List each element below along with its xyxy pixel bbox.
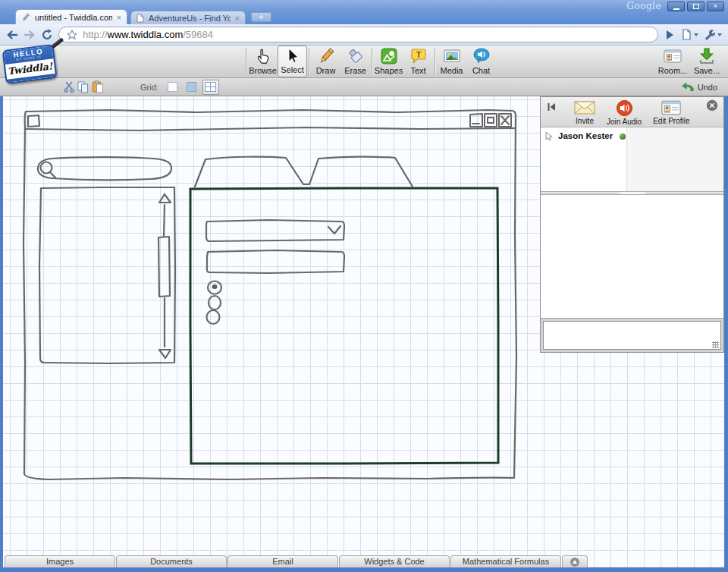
reload-icon[interactable] [41,29,53,41]
cut-scissors-icon[interactable] [64,81,74,93]
text-bubble-icon: T [410,46,428,66]
twiddla-logo[interactable]: HELLO MY NAME IS Twiddla! [2,44,58,84]
id-card-icon [663,46,682,66]
tool-label: Browse [249,66,277,76]
hand-pointer-icon [254,46,272,66]
draw-tool-button[interactable]: Draw [311,46,340,77]
go-button[interactable] [667,30,673,39]
undo-button[interactable]: Undo [680,82,717,92]
toolbar-separator [246,48,246,75]
url-scheme: http:// [83,29,108,40]
tab-strip: untitled - Twiddla.com × AdventureUs - F… [15,9,271,24]
tray-expand-button[interactable] [562,555,588,567]
chat-input[interactable] [543,321,721,350]
save-button[interactable]: Save... [690,46,723,77]
grid-label: Grid: [140,83,158,92]
back-icon[interactable] [6,30,18,40]
tab-adventureus[interactable]: AdventureUs - Find Your N... × [130,11,246,24]
grid-fill-button[interactable] [184,80,200,95]
tray-email-button[interactable]: Email [228,555,338,567]
speaker-icon [616,99,633,117]
tool-label: Save... [694,66,720,76]
tool-label: Select [281,65,304,75]
grid-off-button[interactable] [165,80,181,95]
edit-profile-button[interactable]: Edit Profile [653,99,689,125]
page-menu-icon[interactable] [682,29,698,40]
sketch-titlebar-line [25,127,515,130]
join-audio-label: Join Audio [607,118,642,126]
tool-label: Draw [316,66,336,76]
chat-message-area [541,195,723,318]
url-host: www.twiddla.com [108,29,184,40]
user-list: Jason Kester [541,127,723,191]
resize-grip-icon[interactable] [712,341,719,348]
room-settings-button[interactable]: Room... [655,46,690,77]
url-field[interactable]: http://www.twiddla.com/59684 [58,27,658,42]
close-button[interactable]: × [707,2,724,11]
select-tool-button[interactable]: Select [278,46,307,77]
tray-images-button[interactable]: Images [5,555,115,567]
tray-math-formulas-button[interactable]: Mathematical Formulas [450,555,561,567]
format-bar: Grid: Undo [0,78,728,96]
tray-documents-button[interactable]: Documents [116,555,227,567]
window-controls: × [667,2,724,11]
eraser-icon [347,46,365,66]
chevron-down-icon [717,33,722,36]
maximize-icon [693,4,699,9]
undo-label: Undo [698,83,717,92]
splitter-handle [620,192,645,194]
tool-label: Media [441,66,463,76]
whiteboard-canvas[interactable]: Invite Join Audio Edit Profile [3,96,724,567]
paste-icon[interactable] [92,80,104,93]
user-name: Jason Kester [558,131,613,141]
sidebar-splitter[interactable] [541,191,723,195]
chat-tool-button[interactable]: Chat [466,46,496,77]
tab-close-icon[interactable]: × [235,14,240,22]
maximize-button[interactable] [687,2,704,11]
copy-icon[interactable] [77,81,89,93]
grid-lines-button[interactable] [202,80,219,95]
user-list-item[interactable]: Jason Kester [545,131,613,141]
minimize-button[interactable] [667,2,685,11]
wrench-menu-icon[interactable] [704,29,722,40]
close-icon: × [714,3,717,10]
sketch-scrollbar [158,194,171,358]
collapse-sidebar-icon[interactable] [547,102,557,115]
invite-button[interactable]: Invite [574,99,595,125]
tab-close-icon[interactable]: × [117,14,121,21]
close-sidebar-icon[interactable] [706,99,718,115]
tray-widgets-code-button[interactable]: Widgets & Code [339,555,450,567]
sketch-dropdown-chevron [328,226,340,234]
join-audio-button[interactable]: Join Audio [607,99,642,126]
media-tool-button[interactable]: Media [437,46,466,77]
online-status-dot [620,134,626,140]
invite-label: Invite [576,117,594,125]
tool-label: Room... [658,66,688,76]
pencil-favicon-icon [21,13,30,22]
browse-tool-button[interactable]: Browse [248,46,278,77]
sketch-window-buttons [470,114,511,127]
chat-input-area [541,318,723,352]
profile-card-icon [661,99,682,116]
arrow-up-icon [570,558,579,567]
new-tab-button[interactable]: + [251,12,271,22]
toolbar-separator [309,48,309,75]
shapes-tool-button[interactable]: Shapes [374,46,403,77]
sketch-radio-buttons [207,281,222,325]
bookmark-star-icon[interactable] [67,30,77,40]
tool-label: Chat [472,66,490,76]
sketch-listbox [39,187,175,363]
erase-tool-button[interactable]: Erase [340,46,370,77]
url-text: http://www.twiddla.com/59684 [83,29,213,40]
text-tool-letter: T [416,50,421,59]
toolbar-separator [435,48,435,75]
text-tool-button[interactable]: T Text [403,46,433,77]
sketch-tabs [195,157,413,187]
forward-icon[interactable] [24,30,36,40]
toolbar-right-group: Room... Save... [655,46,723,77]
sidebar-toolbar: Invite Join Audio Edit Profile [541,97,723,127]
envelope-icon [574,99,595,116]
tab-twiddla[interactable]: untitled - Twiddla.com × [15,9,127,24]
sketch-textfield [207,250,344,273]
shapes-icon [380,46,398,66]
